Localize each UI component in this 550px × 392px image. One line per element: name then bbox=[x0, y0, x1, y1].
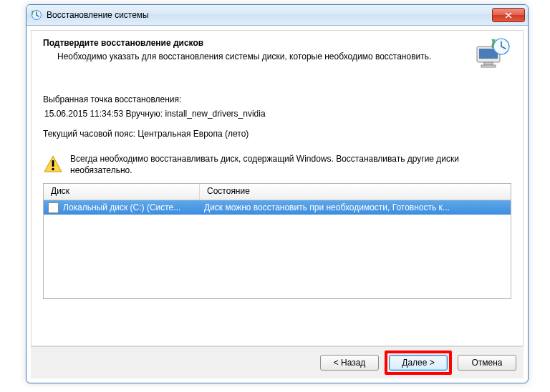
back-button[interactable]: < Назад bbox=[320, 355, 379, 371]
restore-point-value: 15.06.2015 11:34:53 Вручную: install_new… bbox=[43, 109, 511, 119]
restore-point-label: Выбранная точка восстановления: bbox=[43, 94, 511, 104]
cell-state: Диск можно восстановить при необходимост… bbox=[200, 202, 511, 212]
content-area: Подтвердите восстановление дисков Необхо… bbox=[31, 30, 524, 346]
page-heading: Подтвердите восстановление дисков bbox=[43, 38, 467, 48]
window-title: Восстановление системы bbox=[47, 10, 492, 20]
row-checkbox[interactable] bbox=[48, 202, 59, 213]
column-disk[interactable]: Диск bbox=[44, 184, 200, 200]
svg-point-10 bbox=[52, 168, 54, 170]
page-subheading: Необходимо указать для восстановления си… bbox=[43, 51, 467, 62]
system-restore-window: Восстановление системы Подтвердите восст… bbox=[26, 4, 529, 383]
timezone-line: Текущий часовой пояс: Центральная Европа… bbox=[43, 129, 511, 139]
warning-icon bbox=[43, 155, 63, 175]
cell-disk: Локальный диск (C:) (Систе... bbox=[63, 202, 180, 212]
next-button[interactable]: Далее > bbox=[389, 355, 448, 371]
disks-table: Диск Состояние Локальный диск (C:) (Сист… bbox=[43, 183, 511, 299]
app-icon bbox=[31, 9, 42, 21]
table-header: Диск Состояние bbox=[44, 184, 511, 200]
titlebar[interactable]: Восстановление системы bbox=[26, 5, 528, 26]
svg-rect-4 bbox=[484, 62, 493, 65]
close-button[interactable] bbox=[492, 8, 525, 22]
cancel-button[interactable]: Отмена bbox=[458, 355, 516, 371]
svg-rect-9 bbox=[52, 160, 54, 167]
next-button-highlight: Далее > bbox=[385, 351, 452, 375]
wizard-footer: < Назад Далее > Отмена bbox=[31, 346, 524, 378]
warning-text: Всегда необходимо восстанавливать диск, … bbox=[70, 153, 511, 176]
table-row[interactable]: Локальный диск (C:) (Систе... Диск можно… bbox=[44, 200, 511, 215]
restore-hero-icon bbox=[473, 36, 511, 73]
column-state[interactable]: Состояние bbox=[200, 184, 511, 200]
svg-rect-5 bbox=[481, 65, 496, 67]
